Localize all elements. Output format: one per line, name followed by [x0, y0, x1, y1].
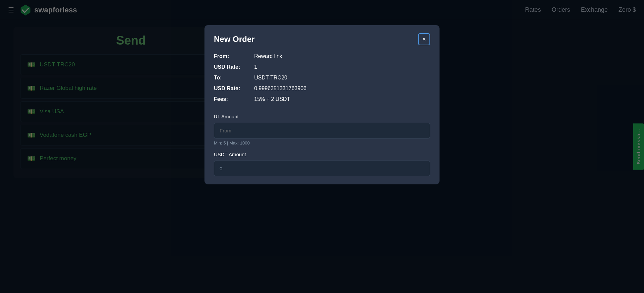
to-value: USDT-TRC20: [254, 75, 287, 81]
usd-rate-to-label: USD Rate:: [214, 85, 254, 92]
divider: [214, 107, 430, 114]
modal-overlay: New Order × From: Reward link USD Rate: …: [0, 0, 644, 293]
modal-header: New Order ×: [204, 25, 440, 51]
usdt-amount-label: USDT Amount: [214, 152, 430, 157]
modal-title: New Order: [214, 35, 255, 44]
from-label: From:: [214, 53, 254, 59]
usd-rate-from-label: USD Rate:: [214, 64, 254, 70]
new-order-modal: New Order × From: Reward link USD Rate: …: [204, 25, 440, 184]
usd-rate-to-row: USD Rate: 0.9996351331763906: [214, 85, 430, 92]
from-value: Reward link: [254, 53, 282, 59]
usd-rate-from-row: USD Rate: 1: [214, 64, 430, 70]
modal-body[interactable]: From: Reward link USD Rate: 1 To: USDT-T…: [204, 51, 440, 184]
to-row: To: USDT-TRC20: [214, 75, 430, 81]
usdt-amount-input: [214, 161, 430, 176]
from-input[interactable]: [214, 123, 430, 138]
rl-amount-label: RL Amount: [214, 114, 430, 119]
from-row: From: Reward link: [214, 53, 430, 59]
fees-row: Fees: 15% + 2 USDT: [214, 96, 430, 102]
usd-rate-from-value: 1: [254, 64, 257, 70]
modal-close-button[interactable]: ×: [418, 33, 430, 45]
fees-value: 15% + 2 USDT: [254, 96, 290, 102]
to-label: To:: [214, 75, 254, 81]
min-max-hint: Min: 5 | Max: 1000: [214, 140, 430, 145]
usd-rate-to-value: 0.9996351331763906: [254, 85, 307, 92]
fees-label: Fees:: [214, 96, 254, 102]
